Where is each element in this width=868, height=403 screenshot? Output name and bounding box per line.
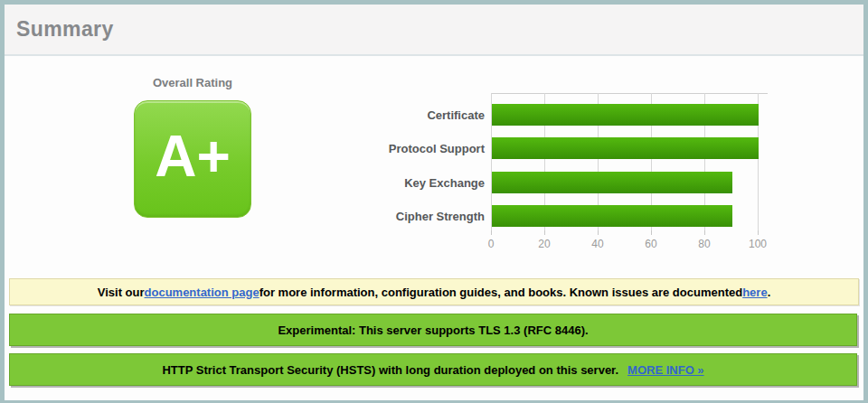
chart-category-label: Certificate <box>337 108 485 122</box>
chart-category-label: Cipher Strength <box>337 210 485 223</box>
overall-rating-block: Overall Rating A+ <box>134 76 251 218</box>
hsts-notice: HTTP Strict Transport Security (HSTS) wi… <box>9 353 857 386</box>
chart-bar <box>492 172 732 193</box>
x-axis-tick-mark <box>491 230 492 235</box>
documentation-notice-text: for more information, configuration guid… <box>259 286 743 299</box>
x-axis-tick-mark <box>598 230 599 235</box>
tls13-experimental-notice: Experimental: This server supports TLS 1… <box>9 314 857 346</box>
chart-bar <box>492 104 759 126</box>
chart-category-label: Key Exchange <box>337 176 485 190</box>
documentation-notice-text: . <box>768 286 771 299</box>
overall-rating-label: Overall Rating <box>134 76 251 89</box>
chart-category-label: Protocol Support <box>337 142 485 155</box>
x-axis-tick-label: 80 <box>698 238 710 250</box>
x-axis-tick-label: 0 <box>488 238 495 250</box>
page-title: Summary <box>16 17 114 42</box>
grade-badge: A+ <box>134 100 251 218</box>
hsts-more-info-link[interactable]: MORE INFO » <box>627 363 704 377</box>
x-axis-tick-label: 40 <box>591 238 603 250</box>
x-axis-tick-mark <box>651 230 652 235</box>
x-axis-tick-label: 60 <box>645 238 656 250</box>
chart-bar <box>492 205 732 227</box>
hsts-text: HTTP Strict Transport Security (HSTS) wi… <box>162 363 618 377</box>
x-axis-tick-label: 20 <box>538 238 550 250</box>
known-issues-here-link[interactable]: here <box>742 286 767 299</box>
tls13-experimental-text: Experimental: This server supports TLS 1… <box>278 323 588 337</box>
chart-bar <box>492 137 759 159</box>
grade-value: A+ <box>155 127 231 191</box>
rating-bar-chart: 020406080100 <box>491 93 758 230</box>
documentation-notice-text: Visit our <box>98 286 145 299</box>
summary-header: Summary <box>5 5 863 56</box>
summary-panel: Summary Overall Rating A+ 020406080100 V… <box>0 0 868 403</box>
x-axis-tick-mark <box>758 230 759 235</box>
documentation-notice: Visit our documentation page for more in… <box>9 278 859 305</box>
x-axis-tick-mark <box>704 230 705 235</box>
x-axis-tick-label: 100 <box>749 238 767 250</box>
documentation-page-link[interactable]: documentation page <box>145 286 259 299</box>
summary-body: Overall Rating A+ 020406080100 Visit our… <box>5 56 863 398</box>
x-axis-tick-mark <box>544 230 545 235</box>
